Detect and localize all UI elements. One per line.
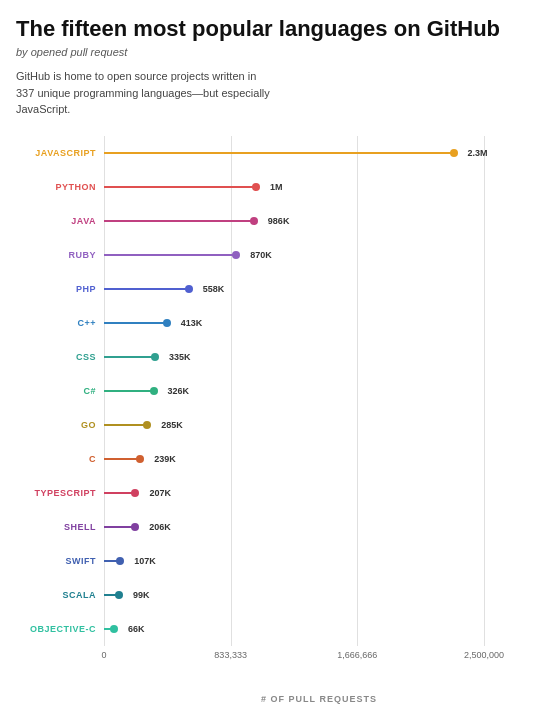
subtitle: by opened pull request	[16, 46, 534, 58]
x-tick: 833,333	[214, 650, 247, 660]
value-label: 1M	[270, 182, 283, 192]
x-tick: 2,500,000	[464, 650, 504, 660]
chart-row: C++413K	[16, 306, 534, 340]
lang-label: PYTHON	[16, 182, 104, 192]
bar-dot	[163, 319, 171, 327]
bar-container: 206K	[104, 510, 484, 544]
value-label: 986K	[268, 216, 290, 226]
lang-label: SCALA	[16, 590, 104, 600]
value-label: 107K	[134, 556, 156, 566]
bar-dot	[252, 183, 260, 191]
chart-row: SCALA99K	[16, 578, 534, 612]
bar-line	[104, 390, 154, 392]
value-label: 2.3M	[468, 148, 488, 158]
bar-container: 207K	[104, 476, 484, 510]
lang-label: RUBY	[16, 250, 104, 260]
chart-row: PYTHON1M	[16, 170, 534, 204]
bar-line	[104, 424, 147, 426]
chart-row: PHP558K	[16, 272, 534, 306]
bar-line	[104, 458, 140, 460]
bar-line	[104, 152, 454, 154]
value-label: 558K	[203, 284, 225, 294]
bar-dot	[136, 455, 144, 463]
bar-container: 986K	[104, 204, 484, 238]
lang-label: JAVA	[16, 216, 104, 226]
bar-container: 107K	[104, 544, 484, 578]
lang-label: TYPESCRIPT	[16, 488, 104, 498]
bar-dot	[131, 523, 139, 531]
lang-label: GO	[16, 420, 104, 430]
chart-row: GO285K	[16, 408, 534, 442]
value-label: 326K	[168, 386, 190, 396]
chart-row: SWIFT107K	[16, 544, 534, 578]
bar-dot	[250, 217, 258, 225]
chart-inner: JAVASCRIPT2.3MPYTHON1MJAVA986KRUBY870KPH…	[16, 136, 534, 646]
bar-container: 870K	[104, 238, 484, 272]
chart-row: C239K	[16, 442, 534, 476]
bar-dot	[110, 625, 118, 633]
bar-container: 558K	[104, 272, 484, 306]
chart-row: TYPESCRIPT207K	[16, 476, 534, 510]
bar-dot	[143, 421, 151, 429]
bar-line	[104, 254, 236, 256]
lang-label: JAVASCRIPT	[16, 148, 104, 158]
bar-line	[104, 288, 189, 290]
lang-label: C#	[16, 386, 104, 396]
bar-container: 2.3M	[104, 136, 484, 170]
lang-label: C++	[16, 318, 104, 328]
bar-dot	[232, 251, 240, 259]
bar-line	[104, 186, 256, 188]
value-label: 335K	[169, 352, 191, 362]
chart-row: SHELL206K	[16, 510, 534, 544]
bar-dot	[150, 387, 158, 395]
bar-container: 1M	[104, 170, 484, 204]
x-tick: 1,666,666	[337, 650, 377, 660]
bar-dot	[151, 353, 159, 361]
lang-label: SHELL	[16, 522, 104, 532]
x-tick: 0	[101, 650, 106, 660]
bar-container: 66K	[104, 612, 484, 646]
lang-label: C	[16, 454, 104, 464]
lang-label: SWIFT	[16, 556, 104, 566]
value-label: 239K	[154, 454, 176, 464]
chart-row: JAVA986K	[16, 204, 534, 238]
lang-label: PHP	[16, 284, 104, 294]
chart-row: OBJECTIVE-C66K	[16, 612, 534, 646]
bar-container: 326K	[104, 374, 484, 408]
chart-row: JAVASCRIPT2.3M	[16, 136, 534, 170]
bar-dot	[131, 489, 139, 497]
bar-dot	[116, 557, 124, 565]
bar-line	[104, 356, 155, 358]
bar-container: 285K	[104, 408, 484, 442]
chart-row: C#326K	[16, 374, 534, 408]
bar-container: 335K	[104, 340, 484, 374]
bar-line	[104, 220, 254, 222]
bar-dot	[185, 285, 193, 293]
bar-container: 99K	[104, 578, 484, 612]
value-label: 870K	[250, 250, 272, 260]
value-label: 285K	[161, 420, 183, 430]
bar-dot	[115, 591, 123, 599]
bar-dot	[450, 149, 458, 157]
page-title: The fifteen most popular languages on Gi…	[16, 16, 534, 42]
chart-row: RUBY870K	[16, 238, 534, 272]
value-label: 413K	[181, 318, 203, 328]
lang-label: CSS	[16, 352, 104, 362]
chart-area: JAVASCRIPT2.3MPYTHON1MJAVA986KRUBY870KPH…	[16, 136, 534, 704]
value-label: 66K	[128, 624, 145, 634]
bar-line	[104, 322, 167, 324]
lang-label: OBJECTIVE-C	[16, 624, 104, 634]
value-label: 99K	[133, 590, 150, 600]
bar-container: 413K	[104, 306, 484, 340]
description: GitHub is home to open source projects w…	[16, 68, 276, 118]
chart-row: CSS335K	[16, 340, 534, 374]
bar-container: 239K	[104, 442, 484, 476]
value-label: 207K	[149, 488, 171, 498]
x-axis-label: # OF PULL REQUESTS	[104, 694, 534, 704]
value-label: 206K	[149, 522, 171, 532]
